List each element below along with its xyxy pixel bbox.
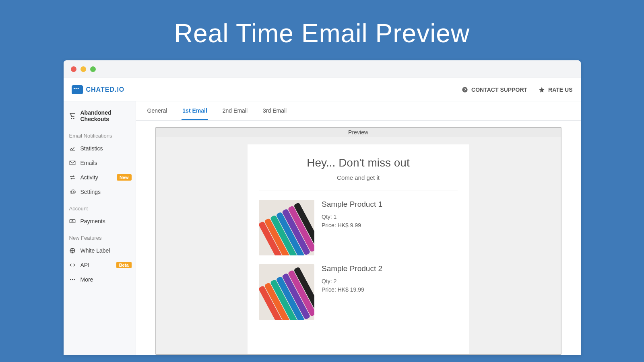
chat-bubble-icon xyxy=(72,85,83,94)
svg-point-6 xyxy=(72,279,73,280)
product-price: Price: HK$ 19.99 xyxy=(322,286,382,294)
sidebar-item-statistics[interactable]: Statistics xyxy=(64,141,136,156)
tabs: General 1st Email 2nd Email 3rd Email xyxy=(136,101,581,121)
product-qty: Qty: 2 xyxy=(322,277,382,286)
hero-title: Real Time Email Preview xyxy=(0,0,644,60)
app-window: CHATED.IO ? CONTACT SUPPORT RATE US Aban… xyxy=(64,60,581,355)
tab-1st-email[interactable]: 1st Email xyxy=(182,102,208,120)
product-price: Price: HK$ 9.99 xyxy=(322,221,382,230)
tab-2nd-email[interactable]: 2nd Email xyxy=(222,102,248,120)
sidebar-item-payments[interactable]: Payments xyxy=(64,214,136,228)
code-icon xyxy=(69,262,76,268)
main-content: General 1st Email 2nd Email 3rd Email Pr… xyxy=(136,101,581,355)
cart-icon xyxy=(69,113,76,119)
tab-3rd-email[interactable]: 3rd Email xyxy=(262,102,287,120)
sidebar: Abandoned Checkouts Email Notifications … xyxy=(64,101,136,355)
rate-us-label: RATE US xyxy=(548,86,572,93)
help-icon: ? xyxy=(462,86,468,93)
sidebar-label: Statistics xyxy=(80,145,103,152)
product-name: Sample Product 1 xyxy=(322,200,382,209)
sidebar-section-new-features: New Features xyxy=(64,228,136,243)
window-close-icon[interactable] xyxy=(71,66,76,72)
sidebar-item-settings[interactable]: Settings xyxy=(64,185,136,199)
divider xyxy=(259,191,458,191)
sidebar-label: Settings xyxy=(80,189,101,195)
preview-frame: Preview Hey... Don't miss out Come and g… xyxy=(155,127,561,355)
window-minimize-icon[interactable] xyxy=(80,66,86,72)
exchange-icon xyxy=(69,174,76,181)
sidebar-item-white-label[interactable]: White Label xyxy=(64,243,136,258)
sidebar-item-api[interactable]: API Beta xyxy=(64,258,136,272)
sidebar-label: Activity xyxy=(80,174,98,181)
gear-icon xyxy=(69,189,76,195)
product-qty: Qty: 1 xyxy=(322,213,382,221)
globe-icon xyxy=(69,247,76,254)
brand-name: CHATED.IO xyxy=(86,86,125,93)
top-bar: CHATED.IO ? CONTACT SUPPORT RATE US xyxy=(64,78,581,101)
sidebar-item-activity[interactable]: Activity New xyxy=(64,170,136,185)
product-row: Sample Product 1 Qty: 1 Price: HK$ 9.99 xyxy=(259,200,458,255)
brand-logo[interactable]: CHATED.IO xyxy=(72,85,125,94)
product-name: Sample Product 2 xyxy=(322,264,382,273)
email-headline: Hey... Don't miss out xyxy=(259,156,458,169)
beta-badge: Beta xyxy=(116,262,132,268)
sidebar-section-email: Email Notifications xyxy=(64,126,136,141)
star-icon xyxy=(539,86,545,93)
sidebar-item-abandoned-checkouts[interactable]: Abandoned Checkouts xyxy=(64,105,136,126)
email-tagline: Come and get it xyxy=(259,174,458,181)
window-titlebar xyxy=(64,60,581,78)
svg-point-7 xyxy=(74,279,75,280)
svg-point-5 xyxy=(70,279,71,280)
sidebar-label: Abandoned Checkouts xyxy=(80,109,130,122)
envelope-icon xyxy=(69,160,76,166)
sidebar-label: Emails xyxy=(80,160,97,166)
sidebar-section-account: Account xyxy=(64,199,136,214)
sidebar-item-emails[interactable]: Emails xyxy=(64,156,136,170)
email-preview: Hey... Don't miss out Come and get it xyxy=(248,144,469,354)
product-row: Sample Product 2 Qty: 2 Price: HK$ 19.99 xyxy=(259,264,458,320)
contact-support-link[interactable]: ? CONTACT SUPPORT xyxy=(462,86,527,93)
preview-label: Preview xyxy=(156,128,561,137)
sidebar-label: More xyxy=(80,276,93,283)
sidebar-label: Payments xyxy=(80,218,105,224)
product-image xyxy=(259,264,314,320)
rate-us-link[interactable]: RATE US xyxy=(539,86,572,93)
svg-text:?: ? xyxy=(464,88,466,92)
product-image xyxy=(259,200,314,255)
tab-general[interactable]: General xyxy=(147,102,168,120)
contact-support-label: CONTACT SUPPORT xyxy=(471,86,527,93)
svg-point-3 xyxy=(72,220,73,222)
new-badge: New xyxy=(117,174,132,181)
sidebar-label: White Label xyxy=(80,247,110,254)
svg-rect-2 xyxy=(70,220,75,223)
chart-line-icon xyxy=(69,145,76,152)
sidebar-item-more[interactable]: More xyxy=(64,272,136,287)
money-icon xyxy=(69,218,76,224)
ellipsis-icon xyxy=(69,276,76,283)
window-maximize-icon[interactable] xyxy=(90,66,96,72)
sidebar-label: API xyxy=(80,262,90,268)
